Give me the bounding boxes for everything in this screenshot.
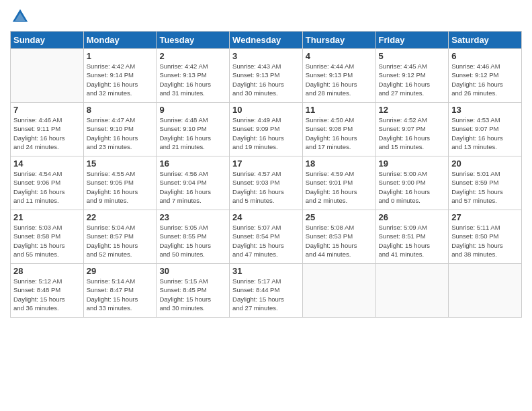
day-cell: 22Sunrise: 5:04 AM Sunset: 8:57 PM Dayli… <box>83 210 157 264</box>
day-info: Sunrise: 4:44 AM Sunset: 9:13 PM Dayligh… <box>306 62 373 97</box>
day-number: 23 <box>159 212 226 222</box>
week-row-1: 7Sunrise: 4:46 AM Sunset: 9:11 PM Daylig… <box>11 103 522 156</box>
day-cell: 6Sunrise: 4:46 AM Sunset: 9:12 PM Daylig… <box>449 49 522 103</box>
week-row-3: 21Sunrise: 5:03 AM Sunset: 8:58 PM Dayli… <box>11 210 522 264</box>
day-info: Sunrise: 5:17 AM Sunset: 8:44 PM Dayligh… <box>232 277 300 312</box>
day-number: 3 <box>232 51 300 61</box>
day-cell: 26Sunrise: 5:09 AM Sunset: 8:51 PM Dayli… <box>375 210 449 264</box>
header-cell-tuesday: Tuesday <box>157 32 230 49</box>
day-cell: 20Sunrise: 5:01 AM Sunset: 8:59 PM Dayli… <box>449 156 522 210</box>
day-cell: 11Sunrise: 4:50 AM Sunset: 9:08 PM Dayli… <box>302 103 375 156</box>
day-cell: 25Sunrise: 5:08 AM Sunset: 8:53 PM Dayli… <box>302 210 375 264</box>
day-info: Sunrise: 4:42 AM Sunset: 9:13 PM Dayligh… <box>159 62 226 97</box>
day-number: 30 <box>159 266 226 276</box>
day-info: Sunrise: 4:43 AM Sunset: 9:13 PM Dayligh… <box>232 62 300 97</box>
day-info: Sunrise: 5:15 AM Sunset: 8:45 PM Dayligh… <box>159 277 226 312</box>
day-cell: 3Sunrise: 4:43 AM Sunset: 9:13 PM Daylig… <box>230 49 303 103</box>
day-number: 28 <box>13 266 81 276</box>
day-number: 9 <box>159 105 226 115</box>
day-cell: 21Sunrise: 5:03 AM Sunset: 8:58 PM Dayli… <box>11 210 84 264</box>
day-info: Sunrise: 5:12 AM Sunset: 8:48 PM Dayligh… <box>13 277 81 312</box>
day-info: Sunrise: 4:47 AM Sunset: 9:10 PM Dayligh… <box>87 116 154 151</box>
day-number: 16 <box>159 158 226 169</box>
day-info: Sunrise: 5:04 AM Sunset: 8:57 PM Dayligh… <box>87 223 154 259</box>
day-number: 18 <box>306 158 373 169</box>
day-cell <box>375 264 449 318</box>
day-cell: 2Sunrise: 4:42 AM Sunset: 9:13 PM Daylig… <box>157 49 230 103</box>
day-info: Sunrise: 5:11 AM Sunset: 8:50 PM Dayligh… <box>451 223 519 259</box>
header-cell-monday: Monday <box>83 32 157 49</box>
day-cell <box>302 264 375 318</box>
day-number: 7 <box>13 105 81 115</box>
day-number: 19 <box>379 158 446 169</box>
day-cell: 8Sunrise: 4:47 AM Sunset: 9:10 PM Daylig… <box>83 103 157 156</box>
logo <box>10 7 33 27</box>
day-cell: 17Sunrise: 4:57 AM Sunset: 9:03 PM Dayli… <box>230 156 303 210</box>
day-info: Sunrise: 4:56 AM Sunset: 9:04 PM Dayligh… <box>159 169 226 205</box>
day-number: 21 <box>13 212 81 222</box>
day-cell: 16Sunrise: 4:56 AM Sunset: 9:04 PM Dayli… <box>157 156 230 210</box>
header <box>10 7 522 27</box>
day-number: 17 <box>232 158 300 169</box>
day-number: 11 <box>306 105 373 115</box>
day-number: 31 <box>232 266 300 276</box>
day-info: Sunrise: 5:14 AM Sunset: 8:47 PM Dayligh… <box>87 277 154 312</box>
day-cell: 24Sunrise: 5:07 AM Sunset: 8:54 PM Dayli… <box>230 210 303 264</box>
header-cell-saturday: Saturday <box>449 32 522 49</box>
day-number: 10 <box>232 105 300 115</box>
day-cell <box>449 264 522 318</box>
day-cell: 31Sunrise: 5:17 AM Sunset: 8:44 PM Dayli… <box>230 264 303 318</box>
day-info: Sunrise: 4:45 AM Sunset: 9:12 PM Dayligh… <box>379 62 446 97</box>
day-number: 15 <box>87 158 154 169</box>
day-info: Sunrise: 4:59 AM Sunset: 9:01 PM Dayligh… <box>306 169 373 205</box>
day-cell: 29Sunrise: 5:14 AM Sunset: 8:47 PM Dayli… <box>83 264 157 318</box>
day-number: 20 <box>451 158 519 169</box>
day-cell: 15Sunrise: 4:55 AM Sunset: 9:05 PM Dayli… <box>83 156 157 210</box>
day-info: Sunrise: 4:54 AM Sunset: 9:06 PM Dayligh… <box>13 169 81 205</box>
day-number: 6 <box>451 51 519 61</box>
day-info: Sunrise: 4:57 AM Sunset: 9:03 PM Dayligh… <box>232 169 300 205</box>
day-number: 5 <box>379 51 446 61</box>
header-cell-thursday: Thursday <box>302 32 375 49</box>
day-number: 24 <box>232 212 300 222</box>
day-info: Sunrise: 4:46 AM Sunset: 9:11 PM Dayligh… <box>13 116 81 151</box>
week-row-4: 28Sunrise: 5:12 AM Sunset: 8:48 PM Dayli… <box>11 264 522 318</box>
day-number: 25 <box>306 212 373 222</box>
day-number: 14 <box>13 158 81 169</box>
day-cell: 4Sunrise: 4:44 AM Sunset: 9:13 PM Daylig… <box>302 49 375 103</box>
day-cell: 7Sunrise: 4:46 AM Sunset: 9:11 PM Daylig… <box>11 103 84 156</box>
day-number: 27 <box>451 212 519 222</box>
day-cell: 9Sunrise: 4:48 AM Sunset: 9:10 PM Daylig… <box>157 103 230 156</box>
day-cell: 1Sunrise: 4:42 AM Sunset: 9:14 PM Daylig… <box>83 49 157 103</box>
day-number: 29 <box>87 266 154 276</box>
header-cell-friday: Friday <box>375 32 449 49</box>
day-cell: 10Sunrise: 4:49 AM Sunset: 9:09 PM Dayli… <box>230 103 303 156</box>
header-cell-sunday: Sunday <box>11 32 84 49</box>
logo-icon <box>10 7 30 27</box>
header-cell-wednesday: Wednesday <box>230 32 303 49</box>
day-info: Sunrise: 4:48 AM Sunset: 9:10 PM Dayligh… <box>159 116 226 151</box>
header-row: SundayMondayTuesdayWednesdayThursdayFrid… <box>11 32 522 49</box>
day-number: 26 <box>379 212 446 222</box>
day-info: Sunrise: 4:52 AM Sunset: 9:07 PM Dayligh… <box>379 116 446 151</box>
day-cell: 14Sunrise: 4:54 AM Sunset: 9:06 PM Dayli… <box>11 156 84 210</box>
day-number: 4 <box>306 51 373 61</box>
day-info: Sunrise: 4:50 AM Sunset: 9:08 PM Dayligh… <box>306 116 373 151</box>
day-cell <box>11 49 84 103</box>
week-row-0: 1Sunrise: 4:42 AM Sunset: 9:14 PM Daylig… <box>11 49 522 103</box>
day-cell: 27Sunrise: 5:11 AM Sunset: 8:50 PM Dayli… <box>449 210 522 264</box>
day-cell: 28Sunrise: 5:12 AM Sunset: 8:48 PM Dayli… <box>11 264 84 318</box>
day-number: 22 <box>87 212 154 222</box>
day-number: 2 <box>159 51 226 61</box>
day-info: Sunrise: 5:09 AM Sunset: 8:51 PM Dayligh… <box>379 223 446 259</box>
day-info: Sunrise: 5:08 AM Sunset: 8:53 PM Dayligh… <box>306 223 373 259</box>
day-number: 12 <box>379 105 446 115</box>
day-cell: 23Sunrise: 5:05 AM Sunset: 8:55 PM Dayli… <box>157 210 230 264</box>
week-row-2: 14Sunrise: 4:54 AM Sunset: 9:06 PM Dayli… <box>11 156 522 210</box>
day-cell: 19Sunrise: 5:00 AM Sunset: 9:00 PM Dayli… <box>375 156 449 210</box>
calendar-table: SundayMondayTuesdayWednesdayThursdayFrid… <box>10 31 522 318</box>
day-info: Sunrise: 5:01 AM Sunset: 8:59 PM Dayligh… <box>451 169 519 205</box>
day-cell: 30Sunrise: 5:15 AM Sunset: 8:45 PM Dayli… <box>157 264 230 318</box>
day-number: 13 <box>451 105 519 115</box>
day-info: Sunrise: 5:03 AM Sunset: 8:58 PM Dayligh… <box>13 223 81 259</box>
